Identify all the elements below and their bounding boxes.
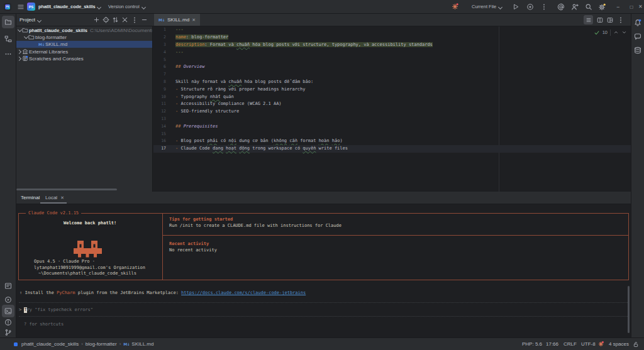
- breadcrumb-item[interactable]: SKILL.md: [131, 341, 153, 347]
- tab-skill-md[interactable]: M↓ SKILL.md ✕: [154, 14, 200, 26]
- tree-item-path: C:\Users\ADMIN\Documents\phatl: [90, 28, 152, 33]
- search-icon: [585, 3, 592, 11]
- project-view-selector[interactable]: Project: [19, 14, 42, 26]
- editor-layout-button[interactable]: [584, 15, 593, 25]
- encoding-widget[interactable]: UTF-8: [581, 338, 596, 350]
- tab-options-button[interactable]: [617, 16, 625, 24]
- services-tool-button[interactable]: [2, 293, 14, 306]
- code-line-5: 5: [153, 57, 631, 64]
- close-tab-icon[interactable]: ✕: [60, 195, 64, 200]
- claude-prompt-input[interactable]: > Try "fix typecheck errors": [19, 307, 93, 313]
- code-with-me-button[interactable]: [571, 0, 579, 13]
- search-everywhere-button[interactable]: [585, 0, 592, 13]
- version-control-widget[interactable]: Version control: [108, 0, 146, 13]
- scratch-icon: [22, 55, 29, 62]
- code-line-12: 12- SEO-friendly structure: [153, 108, 631, 116]
- tree-item-label: phatlt_claude_code_skills: [29, 28, 87, 33]
- tips-title: Tips for getting started: [169, 217, 233, 222]
- tree-item-skill-md[interactable]: M↓SKILL.md: [16, 41, 152, 48]
- more-options-button[interactable]: [131, 16, 138, 24]
- ai-assistant-tool-button[interactable]: [631, 30, 644, 43]
- project-tool-button[interactable]: [2, 16, 14, 28]
- app-icon[interactable]: PS: [4, 0, 11, 13]
- preview-layout-button[interactable]: [607, 17, 613, 23]
- terminal-output[interactable]: Claude Code v2.1.15 Welcome back phatlt!…: [16, 204, 631, 337]
- breadcrumb-item[interactable]: phatlt_claude_code_skills: [21, 341, 79, 347]
- indent-widget[interactable]: 4 spaces: [609, 338, 629, 350]
- terminal-icon: [4, 307, 12, 315]
- claude-icon: [598, 341, 604, 347]
- claude-status-widget[interactable]: [598, 338, 604, 350]
- welcome-message: Welcome back phatlt!: [64, 221, 116, 226]
- horizontal-scrollbar[interactable]: [16, 189, 117, 190]
- notifications-button[interactable]: [631, 16, 644, 29]
- jetbrains-plugin-link[interactable]: https://docs.claude.com/s/claude-code-je…: [181, 290, 306, 295]
- project-status-icon[interactable]: [14, 342, 18, 346]
- php-version-widget[interactable]: PHP: 5.6: [522, 338, 542, 350]
- tips-line: Run /init to create a CLAUDE.md file wit…: [169, 223, 341, 229]
- prev-problem-icon[interactable]: [613, 30, 619, 35]
- ai-mention-button[interactable]: [557, 0, 565, 13]
- chevron-right-icon[interactable]: [17, 56, 22, 61]
- chevron-down-icon: [142, 4, 146, 9]
- tree-item-scratches-and-consoles[interactable]: Scratches and Consoles: [16, 55, 152, 62]
- run-config-selector[interactable]: Current File: [472, 0, 502, 13]
- profile-button[interactable]: [526, 0, 534, 13]
- run-config-label: Current File: [472, 4, 496, 9]
- terminal-tool-button[interactable]: [2, 305, 14, 317]
- more-run-actions-button[interactable]: [540, 0, 548, 13]
- inspections-widget[interactable]: 10: [594, 28, 627, 36]
- folder-icon: [28, 34, 35, 40]
- chevron-down-icon: [97, 4, 101, 9]
- claude-icon: [452, 3, 458, 10]
- caret-position-widget[interactable]: 17:66: [546, 338, 558, 350]
- code-line-15: 15: [153, 131, 631, 138]
- git-branch-icon: [4, 329, 12, 336]
- commit-tool-button[interactable]: [2, 33, 14, 45]
- settings-button[interactable]: [598, 0, 606, 13]
- main-menu-button[interactable]: [17, 0, 25, 13]
- select-opened-file-button[interactable]: [103, 16, 109, 23]
- more-tools-button[interactable]: [2, 48, 14, 60]
- editor[interactable]: 1---2name: blog-formatter3description: F…: [153, 26, 631, 192]
- close-button[interactable]: ✕: [638, 0, 643, 13]
- minimize-button[interactable]: −: [616, 0, 619, 13]
- database-tool-button[interactable]: [631, 44, 644, 57]
- code-line-2: 2name: blog-formatter: [153, 34, 631, 41]
- chevron-right-icon[interactable]: [17, 49, 22, 54]
- next-problem-icon[interactable]: [621, 30, 627, 35]
- code-line-17: 17- Claude Code đang hoạt động trong wor…: [153, 145, 631, 153]
- project-tree-panel: phatlt_claude_code_skillsC:\Users\ADMIN\…: [16, 26, 153, 192]
- collapse-all-button[interactable]: [121, 16, 128, 23]
- lock-widget[interactable]: [633, 338, 639, 350]
- maximize-button[interactable]: ▢: [630, 0, 633, 13]
- breadcrumb-item[interactable]: blog-formatter: [86, 341, 117, 347]
- database-icon: [634, 46, 641, 54]
- terminal-scrollbar[interactable]: [628, 286, 630, 333]
- claude-status-button[interactable]: [452, 0, 458, 13]
- claude-tool-button[interactable]: [2, 280, 14, 292]
- line-separator-widget[interactable]: CRLF: [564, 338, 577, 350]
- hide-panel-button[interactable]: [141, 16, 148, 23]
- chevron-down-icon[interactable]: [23, 35, 28, 40]
- version-control-tool-button[interactable]: [2, 326, 14, 339]
- add-button[interactable]: [93, 16, 100, 23]
- expand-collapse-button[interactable]: [112, 16, 119, 23]
- user-plus-icon: [571, 3, 579, 11]
- project-widget[interactable]: PS phatlt_claude_code_skills: [27, 0, 101, 13]
- split-editor-button[interactable]: [597, 17, 603, 23]
- ide-window: PS PS phatlt_claude_code_skills Version …: [0, 0, 644, 350]
- title-bar: PS PS phatlt_claude_code_skills Version …: [0, 0, 644, 14]
- right-tool-strip: [631, 14, 644, 337]
- chevron-down-icon[interactable]: [17, 28, 22, 33]
- close-tab-icon[interactable]: ✕: [192, 18, 196, 22]
- run-button[interactable]: [512, 0, 519, 13]
- tree-item-phatlt-claude-code-skills[interactable]: phatlt_claude_code_skillsC:\Users\ADMIN\…: [16, 27, 152, 34]
- tree-item-label: Scratches and Consoles: [29, 56, 84, 62]
- recent-activity-title: Recent activity: [169, 241, 209, 247]
- chevron-down-icon: [498, 4, 502, 9]
- code-line-13: 13: [153, 116, 631, 123]
- tree-item-external-libraries[interactable]: External Libraries: [16, 48, 152, 55]
- claude-robot-art: [73, 241, 103, 258]
- tree-item-blog-formatter[interactable]: blog-formatter: [16, 34, 152, 41]
